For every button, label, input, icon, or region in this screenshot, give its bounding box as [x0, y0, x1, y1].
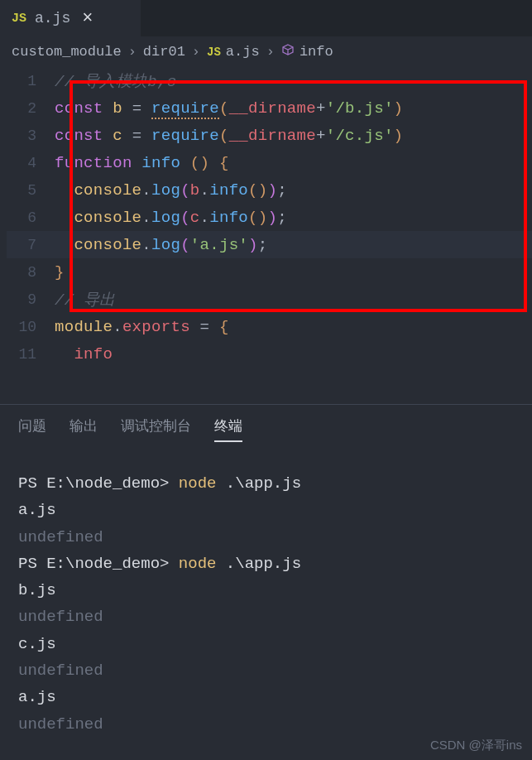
line-number: 5: [7, 182, 55, 199]
code-editor[interactable]: 1// 导入模块b,c2const b = require(__dirname+…: [0, 67, 532, 368]
code-content: console.log(c.info());: [55, 209, 287, 227]
line-number: 11: [7, 346, 55, 363]
breadcrumb-item[interactable]: custom_module: [12, 44, 122, 60]
line-number: 3: [7, 127, 55, 144]
breadcrumb-item[interactable]: dir01: [143, 44, 185, 60]
code-content: function info () {: [55, 154, 229, 172]
terminal-line: b.js: [18, 577, 514, 604]
breadcrumb-label: info: [300, 44, 333, 60]
js-icon: JS: [207, 46, 221, 59]
close-icon[interactable]: ×: [79, 8, 96, 29]
terminal-line: undefined: [18, 711, 514, 738]
line-number: 8: [7, 264, 55, 281]
line-number: 4: [7, 155, 55, 171]
terminal-line: c.js: [18, 631, 514, 657]
code-content: console.log('a.js');: [55, 236, 267, 254]
code-content: // 导入模块b,c: [55, 70, 176, 92]
code-content: }: [55, 263, 65, 281]
code-line[interactable]: 6 console.log(c.info());: [7, 204, 532, 231]
terminal-line: a.js: [18, 497, 514, 523]
code-content: console.log(b.info());: [55, 181, 287, 200]
breadcrumb[interactable]: custom_module › dir01 › JS a.js › info: [0, 36, 532, 67]
panel-tab[interactable]: 问题: [18, 416, 46, 442]
code-line[interactable]: 10module.exports = {: [7, 313, 532, 340]
line-number: 7: [7, 237, 55, 253]
chevron-right-icon: ›: [266, 44, 275, 60]
code-line[interactable]: 8}: [7, 258, 532, 286]
terminal[interactable]: PS E:\node_demo> node .\app.jsa.jsundefi…: [0, 454, 532, 754]
code-line[interactable]: 3const c = require(__dirname+'/c.js'): [7, 122, 532, 149]
code-line[interactable]: 4function info () {: [7, 149, 532, 176]
terminal-line: PS E:\node_demo> node .\app.js: [18, 470, 514, 497]
terminal-line: PS E:\node_demo> node .\app.js: [18, 551, 514, 577]
chevron-right-icon: ›: [192, 44, 200, 60]
code-content: info: [55, 345, 113, 363]
code-line[interactable]: 11 info: [7, 340, 532, 368]
code-line[interactable]: 9// 导出: [7, 286, 532, 313]
code-content: module.exports = {: [55, 318, 229, 336]
terminal-line: undefined: [18, 524, 514, 551]
tab-bar: JS a.js ×: [0, 0, 532, 36]
line-number: 10: [7, 319, 55, 335]
line-number: 6: [7, 209, 55, 226]
code-content: // 导出: [55, 289, 116, 310]
tab-label: a.js: [35, 10, 70, 26]
line-number: 9: [7, 291, 55, 308]
code-content: const c = require(__dirname+'/c.js'): [55, 127, 403, 145]
line-number: 2: [7, 100, 55, 117]
panel-tab[interactable]: 调试控制台: [121, 416, 191, 442]
panel-tabs: 问题输出调试控制台终端: [0, 405, 532, 454]
code-content: const b = require(__dirname+'/b.js'): [55, 99, 403, 118]
bottom-panel: 问题输出调试控制台终端 PS E:\node_demo> node .\app.…: [0, 404, 532, 760]
terminal-line: undefined: [18, 657, 514, 684]
breadcrumb-label: a.js: [226, 44, 260, 60]
panel-tab[interactable]: 终端: [214, 416, 242, 442]
terminal-line: a.js: [18, 684, 514, 710]
line-number: 1: [7, 73, 55, 89]
chevron-right-icon: ›: [128, 44, 137, 60]
file-tab[interactable]: JS a.js ×: [0, 0, 141, 36]
code-line[interactable]: 5 console.log(b.info());: [7, 176, 532, 204]
cube-icon: [281, 43, 295, 60]
code-line[interactable]: 2const b = require(__dirname+'/b.js'): [7, 94, 532, 122]
watermark: CSDN @泽哥ins: [430, 738, 522, 753]
panel-tab[interactable]: 输出: [69, 416, 98, 442]
terminal-line: undefined: [18, 604, 514, 630]
code-line[interactable]: 1// 导入模块b,c: [7, 67, 532, 94]
code-line[interactable]: 7 console.log('a.js');: [7, 231, 532, 258]
breadcrumb-item[interactable]: JS a.js: [207, 44, 260, 60]
js-icon: JS: [12, 12, 26, 26]
breadcrumb-item[interactable]: info: [281, 43, 333, 60]
